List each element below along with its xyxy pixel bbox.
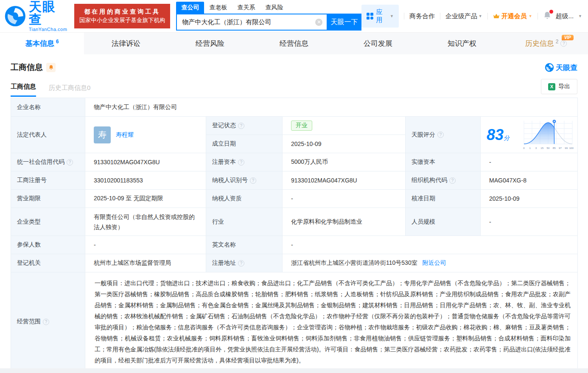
approval-date-label: 核准日期: [406, 190, 481, 208]
svg-text:99: 99: [565, 146, 568, 149]
vip-badge: VIP: [562, 35, 574, 40]
account-label: 超级...: [556, 12, 574, 20]
tab-label: 基本信息: [25, 39, 54, 48]
company-detail-tabs: 基本信息 6 法律诉讼 经营风险 经营信息 公司发展 知识产权 VIP 历史信息…: [0, 32, 588, 54]
banner-line2: 国家中小企业发展子基金旗下机构: [79, 16, 165, 25]
subtab-history-registration[interactable]: 历史工商信息0: [49, 84, 90, 97]
svg-text:3: 3: [535, 146, 537, 149]
tianyancha-logo-icon: [4, 5, 26, 27]
help-icon[interactable]: ?: [238, 123, 244, 129]
establish-date-value: 2025-10-09: [283, 135, 406, 153]
staff-size-value: -: [481, 208, 578, 236]
help-icon[interactable]: ?: [238, 260, 244, 266]
help-icon[interactable]: ?: [67, 159, 73, 165]
chevron-down-icon: ▼: [529, 14, 532, 18]
reg-capital-label: 注册资本?: [206, 153, 283, 171]
tianyancha-logo[interactable]: 天眼查 TianYanCha.com: [4, 0, 69, 32]
tab-history-info[interactable]: VIP 历史信息 2 ?: [504, 33, 588, 54]
enterprise-label: 企业级产品: [445, 12, 477, 20]
page-bottom-strip: [0, 368, 588, 373]
divider: [404, 13, 404, 20]
credit-code-value: 91330102MAG047XG8U: [85, 153, 206, 171]
search-tab-company[interactable]: 查公司: [176, 2, 204, 14]
apps-menu-button[interactable]: 应用 ▼: [361, 5, 399, 28]
tab-company-development[interactable]: 公司发展: [336, 33, 420, 54]
notification-bell-icon[interactable]: [543, 11, 552, 22]
business-term-label: 营业期限: [11, 190, 85, 208]
chevron-down-icon: ▼: [479, 14, 482, 18]
divider: [487, 13, 488, 20]
tab-label: 经营信息: [280, 39, 308, 48]
nav-business-cooperation[interactable]: 商务合作: [409, 12, 435, 20]
top-header: 天眼查 TianYanCha.com 都在用的商业查询工具 国家中小企业发展子基…: [0, 0, 588, 32]
help-icon[interactable]: ?: [43, 319, 49, 325]
score-label: 天眼评分?: [406, 117, 481, 153]
business-scope-value: 一般项目：进出口代理；货物进出口；技术进出口；粮食收购；食品进出口；化工产品销售…: [85, 272, 578, 371]
address-cell: 浙江省杭州市上城区小营街道清吟街110号530室 附近公司: [283, 254, 578, 272]
search-button[interactable]: 天眼一下: [327, 14, 361, 31]
help-icon[interactable]: ?: [437, 132, 444, 138]
tab-label: 公司发展: [364, 39, 392, 48]
approval-date-value: 2025-10-09: [481, 190, 578, 208]
crown-icon: [493, 13, 500, 19]
business-term-value: 2025-10-09 至 无固定期限: [85, 190, 206, 208]
svg-text:50: 50: [547, 146, 550, 149]
search-input[interactable]: [177, 19, 315, 26]
tab-label: 经营风险: [196, 39, 224, 48]
tab-operating-risk[interactable]: 经营风险: [168, 33, 252, 54]
apps-grid-icon: [367, 13, 373, 20]
reg-authority-label: 登记机关: [11, 254, 85, 272]
export-label: 导出: [558, 83, 570, 90]
english-name-label: 英文名称: [206, 236, 283, 254]
nav-enterprise-products[interactable]: 企业级产品 ▼: [445, 12, 482, 20]
search-tab-boss[interactable]: 查老板: [204, 2, 232, 14]
monitor-bell-icon[interactable]: [46, 63, 56, 72]
table-row: 登记机关 杭州市上城区市场监督管理局 注册地址? 浙江省杭州市上城区小营街道清吟…: [11, 254, 578, 272]
tab-label: 知识产权: [448, 39, 476, 48]
legal-rep-link[interactable]: 寿程耀: [116, 131, 134, 139]
watermark-text: 天眼查: [556, 63, 577, 73]
logo-subtitle: TianYanCha.com: [29, 27, 69, 32]
tab-count: 2: [556, 39, 559, 45]
svg-text:97: 97: [559, 146, 562, 149]
help-icon[interactable]: ?: [449, 177, 456, 184]
user-account-menu[interactable]: 超级... ▼: [556, 12, 582, 20]
industry-value: 化学原料和化学制品制造业: [283, 208, 406, 236]
svg-text:0: 0: [523, 146, 525, 149]
tab-legal-litigation[interactable]: 法律诉讼: [84, 33, 168, 54]
staff-size-label: 人员规模: [406, 208, 481, 236]
industry-label: 行业: [206, 208, 283, 236]
open-vip-button[interactable]: 开通会员 ▼: [493, 12, 532, 20]
company-type-value: 有限责任公司（非自然人投资或控股的法人独资）: [85, 208, 206, 236]
export-button[interactable]: X 导出: [541, 79, 577, 94]
subtab-business-registration[interactable]: 工商信息: [11, 83, 36, 97]
search-area: 查公司 查老板 查关系 查风险 ✕ 天眼一下: [176, 2, 361, 31]
help-icon[interactable]: ?: [560, 40, 567, 47]
legal-rep-cell: 寿 寿程耀: [85, 117, 206, 153]
section-title: 工商信息: [11, 62, 43, 73]
tab-business-info[interactable]: 经营信息: [252, 33, 336, 54]
clear-search-icon[interactable]: ✕: [315, 19, 322, 26]
reg-capital-value: 5000万人民币: [283, 153, 406, 171]
tab-basic-info[interactable]: 基本信息 6: [0, 33, 84, 54]
svg-text:100: 100: [569, 146, 574, 149]
tab-count: 6: [56, 39, 59, 45]
establish-date-label: 成立日期: [206, 135, 283, 153]
score-distribution-chart: 0 1 3 15 50 85 97 99 100: [522, 119, 574, 151]
address-label: 注册地址?: [206, 254, 283, 272]
nearby-companies-link[interactable]: 附近公司: [423, 259, 446, 266]
reg-status-cell: 开业: [283, 117, 406, 135]
help-icon[interactable]: ?: [238, 159, 244, 165]
search-tab-relation[interactable]: 查关系: [232, 2, 260, 14]
help-icon[interactable]: ?: [250, 177, 256, 184]
taxpayer-id-label: 纳税人识别号?: [206, 171, 283, 190]
table-row: 参保人数 - 英文名称 -: [11, 236, 578, 254]
english-name-value: -: [283, 236, 578, 254]
search-tab-risk[interactable]: 查风险: [260, 2, 288, 14]
business-scope-label: 经营范围?: [11, 272, 85, 371]
paid-capital-value: -: [481, 153, 578, 171]
chevron-down-icon: ▼: [578, 14, 582, 18]
search-type-tabs: 查公司 查老板 查关系 查风险: [176, 2, 361, 14]
tab-intellectual-property[interactable]: 知识产权: [420, 33, 504, 54]
avatar[interactable]: 寿: [94, 126, 111, 143]
